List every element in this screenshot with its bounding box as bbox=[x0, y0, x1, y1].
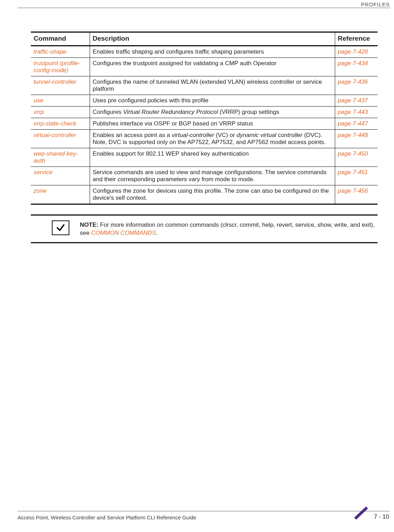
cmd-link[interactable]: vrrp bbox=[31, 107, 90, 118]
top-rule bbox=[18, 8, 390, 8]
cmd-description: Publishes interface via OSPF or BGP base… bbox=[90, 118, 335, 130]
table-header-row: Command Description Reference bbox=[31, 32, 378, 46]
footer-rule bbox=[18, 511, 390, 511]
ref-link[interactable]: page 7-443 bbox=[335, 107, 378, 118]
table-row: trustpoint (profile-config-mode) Configu… bbox=[31, 58, 378, 76]
table-row: vrrp-state-check Publishes interface via… bbox=[31, 118, 378, 130]
table-row: service Service commands are used to vie… bbox=[31, 167, 378, 185]
note-label: NOTE: bbox=[80, 221, 98, 228]
chapter-header: PROFILES bbox=[361, 1, 390, 7]
note-bottom-rule bbox=[31, 242, 378, 243]
ref-link[interactable]: page 7-451 bbox=[335, 167, 378, 185]
cmd-description: Configures the name of tunneled WLAN (ex… bbox=[90, 76, 335, 95]
table-row: wep-shared-key-auth Enables support for … bbox=[31, 148, 378, 167]
ref-link[interactable]: page 7-437 bbox=[335, 95, 378, 107]
page-number: 7 - 10 bbox=[374, 507, 389, 520]
ref-link[interactable]: page 7-456 bbox=[335, 185, 378, 204]
th-description: Description bbox=[90, 32, 335, 46]
cmd-link[interactable]: use bbox=[31, 95, 90, 107]
command-table: Command Description Reference traffic-sh… bbox=[31, 32, 378, 205]
note-block: NOTE: For more information on common com… bbox=[31, 214, 378, 243]
cmd-description: Configures Virtual Router Redundancy Pro… bbox=[90, 107, 335, 118]
th-reference: Reference bbox=[335, 32, 378, 46]
table-row: tunnel-controller Configures the name of… bbox=[31, 76, 378, 95]
table-row: traffic-shape Enables traffic shaping an… bbox=[31, 46, 378, 58]
cmd-link[interactable]: trustpoint (profile-config-mode) bbox=[31, 58, 90, 76]
note-link[interactable]: COMMON COMMANDS bbox=[91, 230, 156, 236]
cmd-description: Configures the trustpoint assigned for v… bbox=[90, 58, 335, 76]
cmd-link[interactable]: zone bbox=[31, 185, 90, 204]
table-row: zone Configures the zone for devices usi… bbox=[31, 185, 378, 204]
cmd-description: Enables support for 802.11 WEP shared ke… bbox=[90, 148, 335, 167]
table-row: virtual-controller Enables an access poi… bbox=[31, 130, 378, 148]
ref-link[interactable]: page 7-436 bbox=[335, 76, 378, 95]
ref-link[interactable]: page 7-434 bbox=[335, 58, 378, 76]
cmd-link[interactable]: tunnel-controller bbox=[31, 76, 90, 95]
cmd-link[interactable]: virtual-controller bbox=[31, 130, 90, 148]
main-content: Command Description Reference traffic-sh… bbox=[31, 32, 378, 243]
footer-title: Access Point, Wireless Controller and Se… bbox=[18, 514, 196, 520]
cmd-link[interactable]: wep-shared-key-auth bbox=[31, 148, 90, 167]
cmd-link[interactable]: service bbox=[31, 167, 90, 185]
page-footer: Access Point, Wireless Controller and Se… bbox=[0, 511, 394, 526]
note-top-rule bbox=[31, 214, 378, 216]
cmd-description: Enables an access point as a virtual-con… bbox=[90, 130, 335, 148]
cmd-link[interactable]: vrrp-state-check bbox=[31, 118, 90, 130]
cmd-description: Enables traffic shaping and configures t… bbox=[90, 46, 335, 58]
th-command: Command bbox=[31, 32, 90, 46]
ref-link[interactable]: page 7-448 bbox=[335, 130, 378, 148]
cmd-description: Configures the zone for devices using th… bbox=[90, 185, 335, 204]
cmd-link[interactable]: traffic-shape bbox=[31, 46, 90, 58]
table-row: use Uses pre configured policies with th… bbox=[31, 95, 378, 107]
table-row: vrrp Configures Virtual Router Redundanc… bbox=[31, 107, 378, 118]
slash-icon bbox=[352, 507, 371, 521]
note-text: NOTE: For more information on common com… bbox=[80, 220, 378, 237]
ref-link[interactable]: page 7-428 bbox=[335, 46, 378, 58]
checkmark-icon bbox=[52, 220, 69, 235]
ref-link[interactable]: page 7-447 bbox=[335, 118, 378, 130]
cmd-description: Service commands are used to view and ma… bbox=[90, 167, 335, 185]
cmd-description: Uses pre configured policies with this p… bbox=[90, 95, 335, 107]
ref-link[interactable]: page 7-450 bbox=[335, 148, 378, 167]
